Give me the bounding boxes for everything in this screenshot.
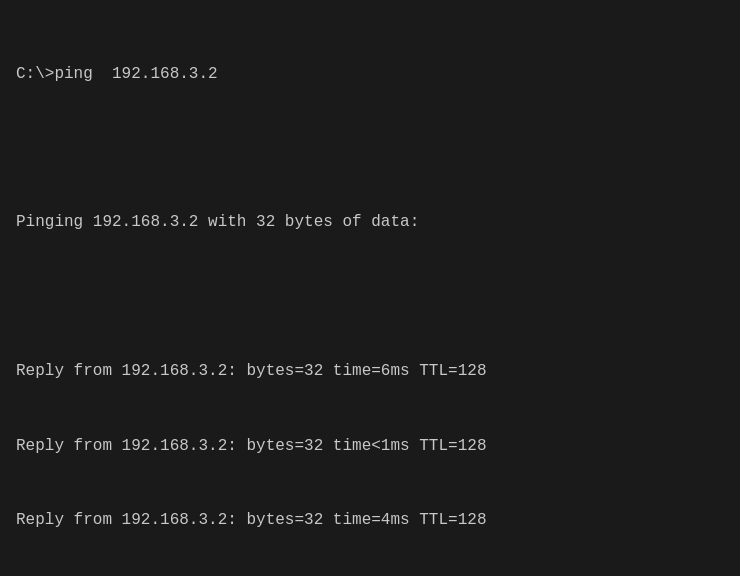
pinging1-line: Pinging 192.168.3.2 with 32 bytes of dat… — [16, 210, 724, 235]
reply2-line: Reply from 192.168.3.2: bytes=32 time<1m… — [16, 434, 724, 459]
empty2-line — [16, 285, 724, 310]
reply3-line: Reply from 192.168.3.2: bytes=32 time=4m… — [16, 508, 724, 533]
terminal-window: C:\>ping 192.168.3.2 Pinging 192.168.3.2… — [0, 0, 740, 576]
reply1-line: Reply from 192.168.3.2: bytes=32 time=6m… — [16, 359, 724, 384]
cmd1-line: C:\>ping 192.168.3.2 — [16, 62, 724, 87]
empty1-line — [16, 136, 724, 161]
